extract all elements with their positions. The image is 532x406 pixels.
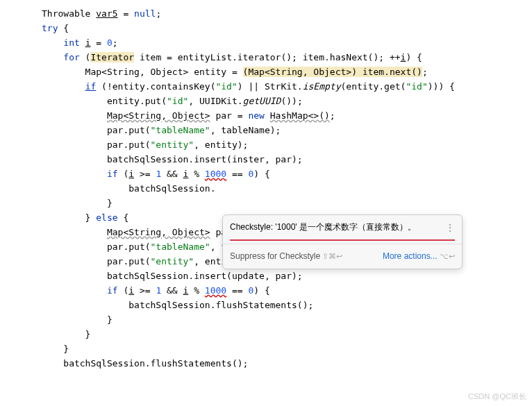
tooltip-underline	[230, 239, 455, 241]
more-actions-link[interactable]: More actions...	[383, 251, 438, 261]
code-line[interactable]: }	[42, 342, 532, 357]
code-line[interactable]: int i = 0;	[42, 36, 532, 51]
code-line[interactable]: batchSqlSession.insert(inster, par);	[42, 153, 532, 167]
code-line[interactable]: }	[42, 328, 532, 342]
code-line[interactable]: }	[42, 313, 532, 328]
code-line[interactable]: }	[42, 196, 532, 211]
more-actions-shortcut: ⌥↩	[440, 252, 455, 260]
suppress-shortcut: ⇧⌘↩	[322, 252, 342, 260]
tooltip-message: Checkstyle: '1000' 是一个魔术数字（直接常数）。	[230, 221, 416, 234]
suppress-action[interactable]: Suppress for Checkstyle	[230, 251, 320, 261]
code-line[interactable]: batchSqlSession.flushStatements();	[42, 298, 532, 313]
code-line[interactable]: if (i >= 1 && i % 1000 == 0) {	[42, 284, 532, 298]
code-line[interactable]: batchSqlSession.insert(update, par);	[42, 269, 532, 284]
inspection-tooltip: Checkstyle: '1000' 是一个魔术数字（直接常数）。 ⋮ Supp…	[222, 214, 463, 269]
code-line[interactable]: for (Iterator item = entityList.iterator…	[42, 51, 532, 65]
more-icon[interactable]: ⋮	[445, 224, 455, 231]
code-line[interactable]: Map<String, Object> entity = (Map<String…	[42, 65, 532, 80]
code-line[interactable]: par.put("tableName", tableName);	[42, 124, 532, 138]
code-editor[interactable]: Throwable var5 = null; try { int i = 0; …	[42, 7, 532, 371]
code-line[interactable]: entity.put("id", UUIDKit.getUUID());	[42, 94, 532, 109]
code-line[interactable]: batchSqlSession.flushStatements();	[42, 357, 532, 371]
code-line[interactable]: Map<String, Object> par = new HashMap<>(…	[42, 109, 532, 124]
watermark: CSDN @QC班长	[468, 391, 526, 403]
code-line[interactable]: if (!entity.containsKey("id") || StrKit.…	[42, 80, 532, 94]
code-line[interactable]: try {	[42, 22, 532, 36]
code-line[interactable]: Throwable var5 = null;	[42, 7, 532, 22]
code-line[interactable]: par.put("entity", entity);	[42, 138, 532, 153]
code-line[interactable]: batchSqlSession.	[42, 182, 532, 196]
code-line[interactable]: if (i >= 1 && i % 1000 == 0) {	[42, 167, 532, 182]
